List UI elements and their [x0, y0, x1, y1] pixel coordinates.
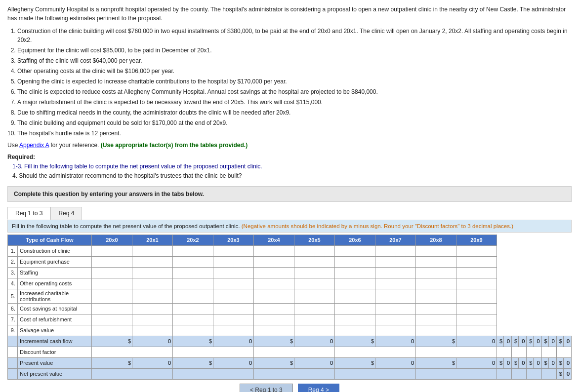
cell-7-year-1[interactable]: [132, 325, 173, 336]
cell-5-year-0[interactable]: [92, 303, 132, 314]
pv-cell-5[interactable]: [504, 357, 512, 368]
cell-0-year-3[interactable]: [213, 245, 254, 256]
icf-cell-6[interactable]: [519, 336, 527, 347]
cell-0-year-9[interactable]: [456, 245, 497, 256]
cell-6-year-1[interactable]: [132, 314, 173, 325]
cell-3-year-5[interactable]: [294, 278, 335, 289]
df-cell-3[interactable]: [335, 347, 416, 357]
pv-cell-4[interactable]: [456, 357, 497, 368]
cell-0-year-1[interactable]: [132, 245, 173, 256]
cell-5-year-4[interactable]: [254, 303, 294, 314]
cell-4-year-6[interactable]: [335, 289, 375, 303]
npv-value-cell[interactable]: [563, 368, 571, 379]
df-cell-8[interactable]: [541, 347, 556, 357]
cell-2-year-9[interactable]: [456, 267, 497, 278]
cell-2-year-6[interactable]: [335, 267, 375, 278]
df-cell-0[interactable]: [92, 347, 173, 357]
cell-2-year-7[interactable]: [375, 267, 416, 278]
cell-2-year-3[interactable]: [213, 267, 254, 278]
cell-5-year-9[interactable]: [456, 303, 497, 314]
cell-5-year-8[interactable]: [416, 303, 456, 314]
icf-cell-1[interactable]: [213, 336, 254, 347]
cell-7-year-0[interactable]: [92, 325, 132, 336]
cell-5-year-3[interactable]: [213, 303, 254, 314]
cell-7-year-9[interactable]: [456, 325, 497, 336]
pv-cell-7[interactable]: [534, 357, 541, 368]
cell-6-year-9[interactable]: [456, 314, 497, 325]
cell-4-year-8[interactable]: [416, 289, 456, 303]
cell-2-year-0[interactable]: [92, 267, 132, 278]
pv-cell-1[interactable]: [213, 357, 254, 368]
df-cell-4[interactable]: [416, 347, 497, 357]
cell-0-year-2[interactable]: [173, 245, 213, 256]
pv-cell-0[interactable]: [132, 357, 173, 368]
cell-6-year-2[interactable]: [173, 314, 213, 325]
tab-req-1-to-3[interactable]: Req 1 to 3: [7, 207, 50, 220]
cell-4-year-3[interactable]: [213, 289, 254, 303]
cell-6-year-5[interactable]: [294, 314, 335, 325]
cell-2-year-8[interactable]: [416, 267, 456, 278]
pv-cell-3[interactable]: [375, 357, 416, 368]
cell-3-year-1[interactable]: [132, 278, 173, 289]
cell-4-year-7[interactable]: [375, 289, 416, 303]
cell-6-year-4[interactable]: [254, 314, 294, 325]
pv-cell-8[interactable]: [548, 357, 556, 368]
cell-1-year-8[interactable]: [416, 256, 456, 267]
cell-5-year-7[interactable]: [375, 303, 416, 314]
cell-0-year-7[interactable]: [375, 245, 416, 256]
df-cell-7[interactable]: [527, 347, 541, 357]
cell-1-year-9[interactable]: [456, 256, 497, 267]
cell-3-year-0[interactable]: [92, 278, 132, 289]
icf-cell-7[interactable]: [534, 336, 541, 347]
pv-cell-2[interactable]: [294, 357, 335, 368]
cell-5-year-6[interactable]: [335, 303, 375, 314]
cell-2-year-4[interactable]: [254, 267, 294, 278]
cell-3-year-9[interactable]: [456, 278, 497, 289]
cell-6-year-6[interactable]: [335, 314, 375, 325]
cell-1-year-2[interactable]: [173, 256, 213, 267]
cell-6-year-8[interactable]: [416, 314, 456, 325]
appendix-link[interactable]: Appendix A: [19, 142, 49, 149]
cell-5-year-1[interactable]: [132, 303, 173, 314]
cell-0-year-4[interactable]: [254, 245, 294, 256]
icf-cell-8[interactable]: [548, 336, 556, 347]
pv-cell-6[interactable]: [519, 357, 527, 368]
cell-4-year-4[interactable]: [254, 289, 294, 303]
icf-cell-5[interactable]: [504, 336, 512, 347]
df-cell-5[interactable]: [497, 347, 512, 357]
cell-7-year-3[interactable]: [213, 325, 254, 336]
icf-cell-0[interactable]: [132, 336, 173, 347]
cell-7-year-8[interactable]: [416, 325, 456, 336]
cell-0-year-5[interactable]: [294, 245, 335, 256]
next-button[interactable]: Req 4 >: [298, 384, 339, 392]
cell-4-year-0[interactable]: [92, 289, 132, 303]
cell-1-year-6[interactable]: [335, 256, 375, 267]
cell-6-year-7[interactable]: [375, 314, 416, 325]
cell-4-year-2[interactable]: [173, 289, 213, 303]
cell-1-year-7[interactable]: [375, 256, 416, 267]
prev-button[interactable]: < Req 1 to 3: [240, 384, 293, 392]
cell-1-year-3[interactable]: [213, 256, 254, 267]
icf-cell-2[interactable]: [294, 336, 335, 347]
icf-cell-4[interactable]: [456, 336, 497, 347]
cell-4-year-9[interactable]: [456, 289, 497, 303]
cell-6-year-3[interactable]: [213, 314, 254, 325]
cell-7-year-2[interactable]: [173, 325, 213, 336]
cell-4-year-5[interactable]: [294, 289, 335, 303]
cell-0-year-0[interactable]: [92, 245, 132, 256]
cell-3-year-2[interactable]: [173, 278, 213, 289]
cell-3-year-6[interactable]: [335, 278, 375, 289]
cell-5-year-5[interactable]: [294, 303, 335, 314]
cell-2-year-5[interactable]: [294, 267, 335, 278]
cell-6-year-0[interactable]: [92, 314, 132, 325]
cell-2-year-2[interactable]: [173, 267, 213, 278]
cell-0-year-6[interactable]: [335, 245, 375, 256]
cell-1-year-1[interactable]: [132, 256, 173, 267]
cell-2-year-1[interactable]: [132, 267, 173, 278]
pv-cell-9[interactable]: [563, 357, 571, 368]
tab-req-4[interactable]: Req 4: [50, 207, 82, 220]
cell-7-year-6[interactable]: [335, 325, 375, 336]
cell-3-year-4[interactable]: [254, 278, 294, 289]
cell-1-year-4[interactable]: [254, 256, 294, 267]
cell-3-year-3[interactable]: [213, 278, 254, 289]
